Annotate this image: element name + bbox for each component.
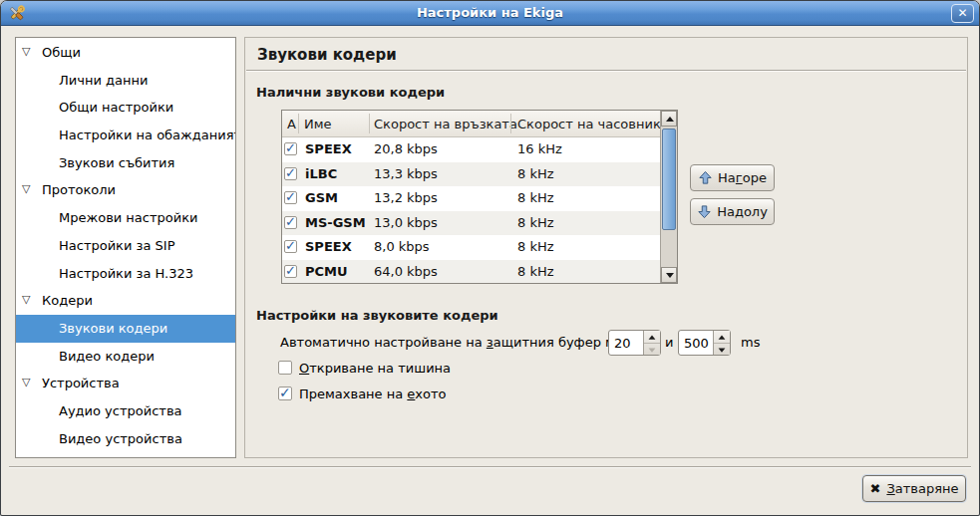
window-close-button[interactable]: ✕ [951, 4, 974, 23]
tree-item-label: Мрежови настройки [59, 210, 198, 225]
tree-item-label: Общи настройки [59, 100, 173, 115]
tree-item-label: Звукови събития [59, 155, 174, 170]
tree-item-label: Видео кодери [59, 349, 155, 364]
close-button[interactable]: ✖ Затваряне [862, 475, 966, 502]
tree-item-obshti-nastroyki[interactable]: Общи настройки [16, 94, 235, 122]
tree-item-label: Настройки на обажданията [59, 128, 236, 142]
codec-row[interactable]: SPEEX 20,8 kbps 16 kHz [282, 137, 661, 162]
tree-item-nastroyki-obazhdaniya[interactable]: Настройки на обажданията [16, 122, 235, 149]
footer-separator [9, 466, 971, 468]
window-title: Настройки на Ekiga [1, 5, 979, 20]
buffer-max-spinbutton [678, 330, 731, 356]
codec-enabled-checkbox[interactable] [284, 191, 297, 204]
tree-item-nastroyki-h323[interactable]: Настройки за H.323 [16, 260, 235, 288]
silence-detection-checkbox[interactable] [278, 361, 292, 375]
tree-item-ustroystva[interactable]: ▽ Устройства [16, 370, 235, 397]
tree-item-koderi[interactable]: ▽ Кодери [16, 287, 235, 315]
codec-name: GSM [305, 190, 338, 205]
tree-item-audio-ustroystva[interactable]: Аудио устройства [16, 397, 235, 425]
up-arrow-icon [719, 335, 726, 339]
scrollbar-thumb[interactable] [662, 129, 676, 230]
titlebar[interactable]: Настройки на Ekiga ✕ [1, 1, 979, 26]
up-arrow-icon [649, 335, 656, 339]
jitter-buffer-label: Автоматично настройване на защитния буфе… [280, 330, 651, 356]
codec-clockrate: 8 kHz [517, 264, 554, 279]
move-down-button[interactable]: Надолу [690, 198, 775, 225]
tree-item-label: Звукови кодери [59, 321, 167, 336]
codec-clockrate: 8 kHz [517, 190, 554, 205]
codec-name: iLBC [305, 166, 337, 181]
down-arrow-icon [666, 273, 674, 278]
title-separator [246, 70, 966, 72]
tree-item-label: Аудио устройства [59, 403, 182, 418]
spin-down-button[interactable] [714, 343, 730, 355]
available-codecs-label: Налични звукови кодери [256, 85, 445, 100]
tree-item-video-koderi[interactable]: Видео кодери [16, 343, 235, 371]
codec-enabled-checkbox[interactable] [284, 240, 297, 253]
codec-clockrate: 16 kHz [517, 141, 562, 156]
codec-bitrate: 64,0 kbps [374, 264, 438, 279]
tree-item-label: Настройки за H.323 [59, 266, 193, 281]
preferences-tree: ▽ Общи Лични данни Общи настройки Настро… [15, 37, 236, 458]
silence-detection-label: Откриване на тишина [299, 361, 451, 376]
codec-table-header: A Име Скорост на връзката Скорост на час… [282, 111, 661, 137]
expander-icon[interactable]: ▽ [22, 293, 30, 307]
page-title: Звукови кодери [257, 46, 397, 64]
tree-item-protokoli[interactable]: ▽ Протоколи [16, 176, 235, 204]
codec-bitrate: 13,0 kbps [374, 215, 438, 230]
move-up-button[interactable]: Нагоре [690, 164, 775, 191]
expander-icon[interactable]: ▽ [22, 376, 30, 389]
codec-bitrate: 8,0 kbps [374, 239, 430, 254]
buffer-max-input[interactable] [679, 331, 713, 355]
column-header-name[interactable]: Име [304, 117, 332, 131]
expander-icon[interactable]: ▽ [22, 182, 30, 196]
tree-item-nastroyki-sip[interactable]: Настройки за SIP [16, 232, 235, 260]
column-header-clockrate[interactable]: Скорост на часовника [517, 117, 669, 131]
scroll-up-button[interactable] [661, 111, 677, 127]
close-icon: ✕ [957, 6, 967, 20]
codec-name: MS-GSM [305, 215, 366, 230]
codec-enabled-checkbox[interactable] [284, 265, 297, 278]
up-arrow-icon [666, 117, 674, 122]
down-arrow-icon [649, 348, 656, 352]
echo-cancellation-checkbox[interactable] [278, 387, 292, 400]
button-label: Надолу [717, 204, 768, 219]
tree-item-zvukovi-koderi[interactable]: Звукови кодери [16, 315, 235, 343]
codec-settings-label: Настройки на звуковите кодери [256, 308, 498, 323]
codec-name: SPEEX [305, 141, 352, 156]
ms-unit-label: ms [741, 330, 760, 356]
codec-name: SPEEX [305, 239, 352, 254]
spin-down-button[interactable] [644, 343, 660, 355]
codec-enabled-checkbox[interactable] [284, 142, 297, 155]
codec-row[interactable]: SPEEX 8,0 kbps 8 kHz [282, 235, 661, 260]
spin-up-button[interactable] [644, 331, 660, 343]
expander-icon[interactable]: ▽ [22, 45, 30, 59]
scroll-down-button[interactable] [661, 267, 677, 283]
codec-enabled-checkbox[interactable] [284, 167, 297, 180]
buffer-min-input[interactable] [609, 331, 643, 355]
codec-row[interactable]: iLBC 13,3 kbps 8 kHz [282, 162, 661, 187]
codec-row[interactable]: GSM 13,2 kbps 8 kHz [282, 186, 661, 211]
preferences-dialog: Настройки на Ekiga ✕ ▽ Общи Лични данни … [0, 0, 980, 516]
close-x-icon: ✖ [870, 481, 881, 496]
tree-item-label: Кодери [42, 293, 93, 308]
tree-item-label: Видео устройства [59, 431, 182, 446]
column-header-active[interactable]: A [287, 117, 296, 131]
table-scrollbar[interactable] [660, 111, 677, 283]
codec-clockrate: 8 kHz [517, 215, 554, 230]
tree-item-zvukovi-sabitiya[interactable]: Звукови събития [16, 149, 235, 177]
codec-row[interactable]: MS-GSM 13,0 kbps 8 kHz [282, 211, 661, 236]
tree-item-lichni-danni[interactable]: Лични данни [16, 67, 235, 95]
codec-row[interactable]: PCMU 64,0 kbps 8 kHz [282, 260, 661, 283]
codec-bitrate: 20,8 kbps [374, 141, 438, 156]
audio-codecs-page: Звукови кодери Налични звукови кодери A … [244, 37, 968, 458]
tree-item-mrezhovi-nastroyki[interactable]: Мрежови настройки [16, 204, 235, 232]
tree-item-video-ustroystva[interactable]: Видео устройства [16, 425, 235, 453]
spin-up-button[interactable] [714, 331, 730, 343]
up-arrow-icon [698, 170, 713, 185]
column-header-bitrate[interactable]: Скорост на връзката [374, 117, 517, 131]
column-divider [369, 114, 370, 133]
codec-enabled-checkbox[interactable] [284, 216, 297, 229]
tree-item-obshti[interactable]: ▽ Общи [16, 39, 235, 67]
codec-bitrate: 13,2 kbps [374, 190, 438, 205]
